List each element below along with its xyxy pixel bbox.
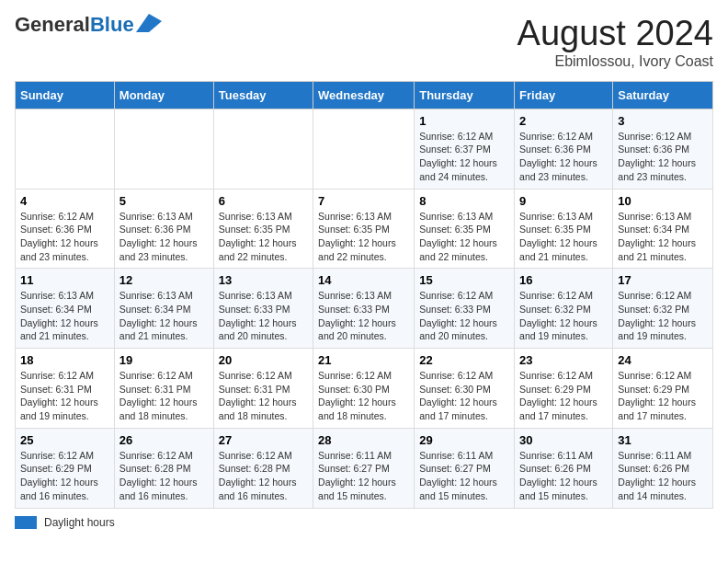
- day-detail: Sunrise: 6:12 AMSunset: 6:30 PMDaylight:…: [419, 369, 509, 423]
- day-detail: Sunrise: 6:12 AMSunset: 6:29 PMDaylight:…: [618, 369, 708, 423]
- day-number: 14: [318, 273, 409, 287]
- subtitle: Ebimlossou, Ivory Coast: [518, 53, 713, 70]
- calendar-week-4: 18Sunrise: 6:12 AMSunset: 6:31 PMDayligh…: [16, 349, 713, 429]
- day-number: 29: [419, 433, 509, 447]
- page-header: GeneralBlue August 2024 Ebimlossou, Ivor…: [15, 15, 713, 70]
- day-detail: Sunrise: 6:13 AMSunset: 6:34 PMDaylight:…: [618, 210, 708, 264]
- day-detail: Sunrise: 6:13 AMSunset: 6:35 PMDaylight:…: [318, 210, 409, 264]
- calendar-week-3: 11Sunrise: 6:13 AMSunset: 6:34 PMDayligh…: [16, 269, 713, 349]
- calendar-cell: 1Sunrise: 6:12 AMSunset: 6:37 PMDaylight…: [415, 109, 515, 189]
- daylight-label: Daylight hours: [44, 516, 115, 529]
- day-number: 24: [618, 353, 708, 367]
- calendar-cell: [16, 109, 115, 189]
- day-number: 16: [519, 273, 608, 287]
- day-number: 4: [20, 194, 109, 208]
- weekday-header-sunday: Sunday: [16, 81, 115, 109]
- day-number: 8: [419, 194, 509, 208]
- calendar-cell: 23Sunrise: 6:12 AMSunset: 6:29 PMDayligh…: [515, 349, 613, 429]
- weekday-header-friday: Friday: [515, 81, 613, 109]
- weekday-header-row: SundayMondayTuesdayWednesdayThursdayFrid…: [16, 81, 713, 109]
- weekday-header-wednesday: Wednesday: [313, 81, 415, 109]
- weekday-header-saturday: Saturday: [613, 81, 713, 109]
- logo-icon: [136, 14, 162, 32]
- day-detail: Sunrise: 6:12 AMSunset: 6:29 PMDaylight:…: [20, 449, 109, 503]
- day-number: 12: [119, 273, 209, 287]
- weekday-header-thursday: Thursday: [415, 81, 515, 109]
- day-detail: Sunrise: 6:12 AMSunset: 6:32 PMDaylight:…: [519, 289, 608, 343]
- day-detail: Sunrise: 6:13 AMSunset: 6:36 PMDaylight:…: [119, 210, 209, 264]
- calendar-cell: 6Sunrise: 6:13 AMSunset: 6:35 PMDaylight…: [213, 189, 313, 269]
- day-detail: Sunrise: 6:12 AMSunset: 6:36 PMDaylight:…: [20, 210, 109, 264]
- calendar-cell: 13Sunrise: 6:13 AMSunset: 6:33 PMDayligh…: [213, 269, 313, 349]
- calendar-cell: 27Sunrise: 6:12 AMSunset: 6:28 PMDayligh…: [213, 428, 313, 508]
- day-detail: Sunrise: 6:12 AMSunset: 6:33 PMDaylight:…: [419, 289, 509, 343]
- calendar-cell: 18Sunrise: 6:12 AMSunset: 6:31 PMDayligh…: [16, 349, 115, 429]
- day-number: 19: [119, 353, 209, 367]
- calendar-cell: 30Sunrise: 6:11 AMSunset: 6:26 PMDayligh…: [515, 428, 613, 508]
- day-detail: Sunrise: 6:12 AMSunset: 6:28 PMDaylight:…: [219, 449, 308, 503]
- calendar-cell: 2Sunrise: 6:12 AMSunset: 6:36 PMDaylight…: [515, 109, 613, 189]
- day-detail: Sunrise: 6:12 AMSunset: 6:32 PMDaylight:…: [618, 289, 708, 343]
- day-detail: Sunrise: 6:13 AMSunset: 6:34 PMDaylight:…: [20, 289, 109, 343]
- calendar-cell: 26Sunrise: 6:12 AMSunset: 6:28 PMDayligh…: [114, 428, 213, 508]
- calendar-cell: 7Sunrise: 6:13 AMSunset: 6:35 PMDaylight…: [313, 189, 415, 269]
- calendar-cell: 12Sunrise: 6:13 AMSunset: 6:34 PMDayligh…: [114, 269, 213, 349]
- weekday-header-monday: Monday: [114, 81, 213, 109]
- day-detail: Sunrise: 6:12 AMSunset: 6:31 PMDaylight:…: [219, 369, 308, 423]
- day-detail: Sunrise: 6:12 AMSunset: 6:31 PMDaylight:…: [119, 369, 209, 423]
- calendar-cell: 20Sunrise: 6:12 AMSunset: 6:31 PMDayligh…: [213, 349, 313, 429]
- day-number: 25: [20, 433, 109, 447]
- day-number: 10: [618, 194, 708, 208]
- calendar-cell: 29Sunrise: 6:11 AMSunset: 6:27 PMDayligh…: [415, 428, 515, 508]
- title-area: August 2024 Ebimlossou, Ivory Coast: [518, 15, 713, 70]
- day-number: 15: [419, 273, 509, 287]
- calendar-cell: 8Sunrise: 6:13 AMSunset: 6:35 PMDaylight…: [415, 189, 515, 269]
- logo-text: GeneralBlue: [15, 15, 134, 35]
- calendar-cell: 22Sunrise: 6:12 AMSunset: 6:30 PMDayligh…: [415, 349, 515, 429]
- calendar-week-2: 4Sunrise: 6:12 AMSunset: 6:36 PMDaylight…: [16, 189, 713, 269]
- day-detail: Sunrise: 6:12 AMSunset: 6:29 PMDaylight:…: [519, 369, 608, 423]
- logo: GeneralBlue: [15, 15, 162, 35]
- day-detail: Sunrise: 6:11 AMSunset: 6:27 PMDaylight:…: [318, 449, 409, 503]
- day-number: 27: [219, 433, 308, 447]
- day-detail: Sunrise: 6:12 AMSunset: 6:36 PMDaylight:…: [519, 130, 608, 184]
- calendar-cell: 28Sunrise: 6:11 AMSunset: 6:27 PMDayligh…: [313, 428, 415, 508]
- weekday-header-tuesday: Tuesday: [213, 81, 313, 109]
- calendar-cell: 21Sunrise: 6:12 AMSunset: 6:30 PMDayligh…: [313, 349, 415, 429]
- day-number: 28: [318, 433, 409, 447]
- day-number: 17: [618, 273, 708, 287]
- day-number: 21: [318, 353, 409, 367]
- day-detail: Sunrise: 6:12 AMSunset: 6:30 PMDaylight:…: [318, 369, 409, 423]
- calendar-header: SundayMondayTuesdayWednesdayThursdayFrid…: [16, 81, 713, 109]
- calendar-cell: 16Sunrise: 6:12 AMSunset: 6:32 PMDayligh…: [515, 269, 613, 349]
- calendar-cell: 17Sunrise: 6:12 AMSunset: 6:32 PMDayligh…: [613, 269, 713, 349]
- day-detail: Sunrise: 6:13 AMSunset: 6:35 PMDaylight:…: [419, 210, 509, 264]
- legend-area: Daylight hours: [15, 516, 713, 529]
- calendar-week-5: 25Sunrise: 6:12 AMSunset: 6:29 PMDayligh…: [16, 428, 713, 508]
- calendar-cell: 4Sunrise: 6:12 AMSunset: 6:36 PMDaylight…: [16, 189, 115, 269]
- day-number: 9: [519, 194, 608, 208]
- calendar-cell: 9Sunrise: 6:13 AMSunset: 6:35 PMDaylight…: [515, 189, 613, 269]
- daylight-swatch: [15, 516, 37, 529]
- day-number: 6: [219, 194, 308, 208]
- calendar-cell: 5Sunrise: 6:13 AMSunset: 6:36 PMDaylight…: [114, 189, 213, 269]
- day-detail: Sunrise: 6:11 AMSunset: 6:26 PMDaylight:…: [618, 449, 708, 503]
- day-number: 31: [618, 433, 708, 447]
- day-number: 1: [419, 114, 509, 128]
- calendar-cell: 10Sunrise: 6:13 AMSunset: 6:34 PMDayligh…: [613, 189, 713, 269]
- day-detail: Sunrise: 6:13 AMSunset: 6:33 PMDaylight:…: [219, 289, 308, 343]
- calendar-body: 1Sunrise: 6:12 AMSunset: 6:37 PMDaylight…: [16, 109, 713, 508]
- calendar-cell: 11Sunrise: 6:13 AMSunset: 6:34 PMDayligh…: [16, 269, 115, 349]
- day-detail: Sunrise: 6:12 AMSunset: 6:36 PMDaylight:…: [618, 130, 708, 184]
- day-number: 23: [519, 353, 608, 367]
- calendar-cell: 24Sunrise: 6:12 AMSunset: 6:29 PMDayligh…: [613, 349, 713, 429]
- calendar-cell: 19Sunrise: 6:12 AMSunset: 6:31 PMDayligh…: [114, 349, 213, 429]
- day-detail: Sunrise: 6:12 AMSunset: 6:31 PMDaylight:…: [20, 369, 109, 423]
- calendar-cell: 14Sunrise: 6:13 AMSunset: 6:33 PMDayligh…: [313, 269, 415, 349]
- calendar-table: SundayMondayTuesdayWednesdayThursdayFrid…: [15, 81, 713, 509]
- day-number: 20: [219, 353, 308, 367]
- day-number: 30: [519, 433, 608, 447]
- main-title: August 2024: [518, 15, 713, 53]
- calendar-cell: 31Sunrise: 6:11 AMSunset: 6:26 PMDayligh…: [613, 428, 713, 508]
- day-detail: Sunrise: 6:13 AMSunset: 6:33 PMDaylight:…: [318, 289, 409, 343]
